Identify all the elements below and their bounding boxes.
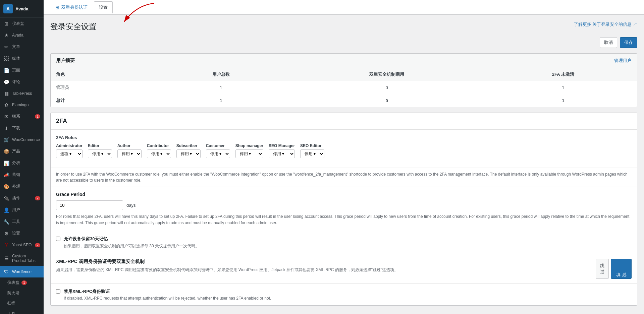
xmlrpc-required-button[interactable]: 必填 bbox=[611, 259, 632, 279]
user-summary-card: 用户摘要 管理用户 角色 用户总数 双重安全机制启用 2FA 未激活 管理员 1 bbox=[50, 53, 637, 107]
xmlrpc-skip-button[interactable]: 跳过 bbox=[596, 259, 609, 279]
remember-device-checkbox[interactable] bbox=[56, 237, 60, 241]
disable-xmlrpc-checkbox[interactable] bbox=[56, 289, 60, 294]
sidebar-item-label: 营销 bbox=[12, 172, 40, 178]
row-total: 1 bbox=[158, 94, 284, 107]
user-summary-header: 用户摘要 管理用户 bbox=[51, 54, 637, 68]
row-inactive: 1 bbox=[489, 81, 637, 94]
table-row: 总计 1 0 1 bbox=[51, 94, 637, 107]
sidebar-item-custom-tabs[interactable]: ☰ Custom Product Tabs bbox=[0, 251, 44, 266]
role-select-shop-manager[interactable]: 停用 ▾ bbox=[235, 149, 263, 158]
sidebar-item-label: 工具 bbox=[12, 219, 40, 225]
role-label-editor: Editor bbox=[88, 143, 112, 148]
disable-xmlrpc-desc: If disabled, XML-RPC requests that attem… bbox=[64, 296, 271, 301]
sidebar-item-label: 产品 bbox=[12, 148, 40, 154]
content-area: 登录安全设置 了解更多 关于登录安全的信息 ↗ 取消 保存 用户摘要 管理用户 … bbox=[44, 15, 644, 314]
sidebar-item-downloads[interactable]: ⬇ 下载 bbox=[0, 122, 44, 134]
users-icon: 👤 bbox=[3, 207, 9, 213]
grace-period-label: Grace Period bbox=[56, 192, 632, 197]
sidebar-item-label: 文章 bbox=[12, 44, 40, 50]
sub-dashboard-label: 仪表盘 bbox=[7, 280, 19, 286]
row-role: 总计 bbox=[51, 94, 158, 107]
contacts-icon: ✉ bbox=[3, 114, 9, 119]
role-select-contributor[interactable]: 停用 ▾ bbox=[147, 149, 171, 158]
custom-tabs-icon: ☰ bbox=[3, 256, 9, 261]
contacts-badge: 1 bbox=[35, 114, 40, 119]
sidebar-item-label: 仪表盘 bbox=[12, 21, 40, 26]
role-select-seo-editor[interactable]: 停用 ▾ bbox=[300, 149, 324, 158]
sidebar-item-comments[interactable]: 💬 评论 bbox=[0, 76, 44, 88]
sidebar-item-wordfence[interactable]: 🛡 Wordfence bbox=[0, 266, 44, 277]
media-icon: 🖼 bbox=[3, 56, 9, 61]
sidebar-item-contacts[interactable]: ✉ 联系 1 bbox=[0, 111, 44, 122]
sidebar-sub-dashboard[interactable]: 仪表盘 1 bbox=[0, 277, 44, 288]
role-select-customer[interactable]: 停用 ▾ bbox=[206, 149, 230, 158]
sidebar-item-users[interactable]: 👤 用户 bbox=[0, 204, 44, 216]
remember-device-section: 允许设备保留30天记忆 如果启用，启用双重安全机制的用户可以选择每 30 天仅提… bbox=[51, 231, 637, 254]
sidebar-logo: A Avada bbox=[0, 0, 44, 18]
save-button[interactable]: 保存 bbox=[620, 37, 637, 48]
sidebar-item-tools[interactable]: 🔧 工具 bbox=[0, 216, 44, 228]
sidebar-item-plugins[interactable]: 🔌 插件 2 bbox=[0, 192, 44, 204]
disable-xmlrpc-title: 禁用XML-RPC身份验证 bbox=[64, 289, 271, 295]
twofa-section-title: 2FA bbox=[51, 113, 637, 130]
sidebar-item-products[interactable]: 📦 产品 bbox=[0, 145, 44, 157]
role-select-seo-manager[interactable]: 停用 ▾ bbox=[269, 149, 295, 158]
posts-icon: ✏ bbox=[3, 44, 9, 50]
tab-2fa[interactable]: ⊞ 双重身份认证 bbox=[50, 1, 93, 13]
cancel-button[interactable]: 取消 bbox=[600, 37, 617, 48]
sidebar-item-dashboard[interactable]: ⊞ 仪表盘 bbox=[0, 18, 44, 29]
sidebar-item-avada[interactable]: ★ Avada bbox=[0, 29, 44, 41]
sidebar-sub-scan[interactable]: 扫描 bbox=[0, 298, 44, 309]
top-tabs: ⊞ 双重身份认证 设置 bbox=[44, 0, 644, 15]
disable-xmlrpc-content: 禁用XML-RPC身份验证 If disabled, XML-RPC reque… bbox=[64, 289, 271, 301]
marketing-icon: 📣 bbox=[3, 172, 9, 178]
sidebar-item-yoast[interactable]: Y Yoast SEO 2 bbox=[0, 239, 44, 251]
sidebar-sub-firewall[interactable]: 防火墙 bbox=[0, 288, 44, 298]
sidebar-item-label: 页面 bbox=[12, 67, 40, 73]
role-label-subscriber: Subscriber bbox=[176, 143, 201, 148]
page-header: 登录安全设置 了解更多 关于登录安全的信息 ↗ bbox=[50, 21, 637, 32]
sidebar-item-posts[interactable]: ✏ 文章 bbox=[0, 41, 44, 53]
xmlrpc-section: XML-RPC 调用身份验证需要双重安全机制 如果启用，需要身份验证的 XML-… bbox=[51, 254, 637, 284]
role-group-author: Author 停用 ▾ bbox=[117, 143, 142, 158]
sidebar-item-media[interactable]: 🖼 媒体 bbox=[0, 53, 44, 64]
role-select-author[interactable]: 停用 ▾ bbox=[117, 149, 142, 158]
tab-settings[interactable]: 设置 bbox=[94, 1, 113, 13]
role-label-seo-editor: SEO Editor bbox=[300, 143, 324, 148]
manage-users-link[interactable]: 管理用户 bbox=[614, 58, 632, 64]
sidebar-item-settings[interactable]: ⚙ 设置 bbox=[0, 228, 44, 239]
grace-input-row: days bbox=[56, 200, 632, 210]
role-select-subscriber[interactable]: 停用 ▾ bbox=[176, 149, 201, 158]
sidebar-item-tablepress[interactable]: ▦ TablePress bbox=[0, 88, 44, 99]
role-select-administrator[interactable]: 选项 ▾ bbox=[56, 149, 83, 158]
sidebar-sub-tools[interactable]: 工具 bbox=[0, 309, 44, 314]
sidebar-item-label: Wordfence bbox=[12, 269, 40, 274]
role-label-seo-manager: SEO Manager bbox=[269, 143, 295, 148]
tablepress-icon: ▦ bbox=[3, 91, 9, 96]
tab-2fa-icon: ⊞ bbox=[55, 5, 59, 10]
remember-device-title: 允许设备保留30天记忆 bbox=[64, 236, 199, 242]
role-label-contributor: Contributor bbox=[147, 143, 171, 148]
col-inactive: 2FA 未激活 bbox=[489, 68, 637, 81]
sidebar-item-woocommerce[interactable]: 🛒 WooCommerce bbox=[0, 134, 44, 145]
row-inactive: 1 bbox=[489, 94, 637, 107]
sidebar-item-pages[interactable]: 📄 页面 bbox=[0, 64, 44, 76]
sidebar-item-label: Avada bbox=[12, 33, 40, 38]
sidebar-item-marketing[interactable]: 📣 营销 bbox=[0, 169, 44, 181]
sidebar-item-appearance[interactable]: 🎨 外观 bbox=[0, 181, 44, 192]
sidebar-item-analytics[interactable]: 📊 分析 bbox=[0, 157, 44, 169]
remember-device-content: 允许设备保留30天记忆 如果启用，启用双重安全机制的用户可以选择每 30 天仅提… bbox=[64, 236, 199, 249]
tools-icon: 🔧 bbox=[3, 219, 9, 225]
grace-period-input[interactable] bbox=[56, 200, 123, 210]
sidebar-item-label: 分析 bbox=[12, 160, 40, 166]
dashboard-icon: ⊞ bbox=[3, 21, 9, 26]
sidebar-item-flamingo[interactable]: ✿ Flamingo bbox=[0, 99, 44, 111]
table-row: 管理员 1 0 1 bbox=[51, 81, 637, 94]
role-group-editor: Editor 停用 ▾ bbox=[88, 143, 112, 158]
role-select-editor[interactable]: 停用 ▾ bbox=[88, 149, 112, 158]
info-link[interactable]: 了解更多 关于登录安全的信息 ↗ bbox=[574, 21, 637, 27]
sidebar-item-label: 下载 bbox=[12, 125, 40, 131]
plugins-badge: 2 bbox=[35, 196, 40, 200]
row-role: 管理员 bbox=[51, 81, 158, 94]
